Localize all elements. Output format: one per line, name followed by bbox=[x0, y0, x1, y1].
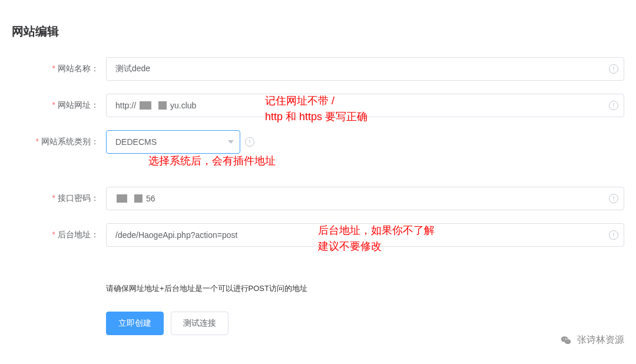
site-name-input[interactable] bbox=[106, 57, 624, 81]
system-type-value: DEDECMS bbox=[115, 137, 157, 147]
label-backend-url: 后台地址： bbox=[12, 230, 106, 240]
system-type-select[interactable]: DEDECMS bbox=[106, 130, 240, 154]
backend-url-input[interactable] bbox=[106, 223, 624, 247]
create-button[interactable]: 立即创建 bbox=[106, 312, 164, 335]
label-site-name: 网站名称： bbox=[12, 64, 106, 74]
signature: 张诗林资源 bbox=[559, 334, 624, 346]
label-api-password: 接口密码： bbox=[12, 193, 106, 204]
label-site-url: 网站网址： bbox=[12, 100, 106, 111]
site-url-input[interactable] bbox=[106, 94, 624, 117]
helper-text: 请确保网址地址+后台地址是一个可以进行POST访问的地址 bbox=[106, 283, 624, 294]
label-system-type: 网站系统类别： bbox=[12, 137, 106, 147]
page-title: 网站编辑 bbox=[12, 24, 624, 39]
test-connection-button[interactable]: 测试连接 bbox=[171, 312, 228, 335]
wechat-icon bbox=[559, 335, 572, 346]
signature-text: 张诗林资源 bbox=[577, 334, 624, 346]
api-password-input[interactable] bbox=[106, 187, 624, 210]
warning-icon bbox=[245, 137, 254, 147]
chevron-down-icon bbox=[228, 140, 234, 144]
